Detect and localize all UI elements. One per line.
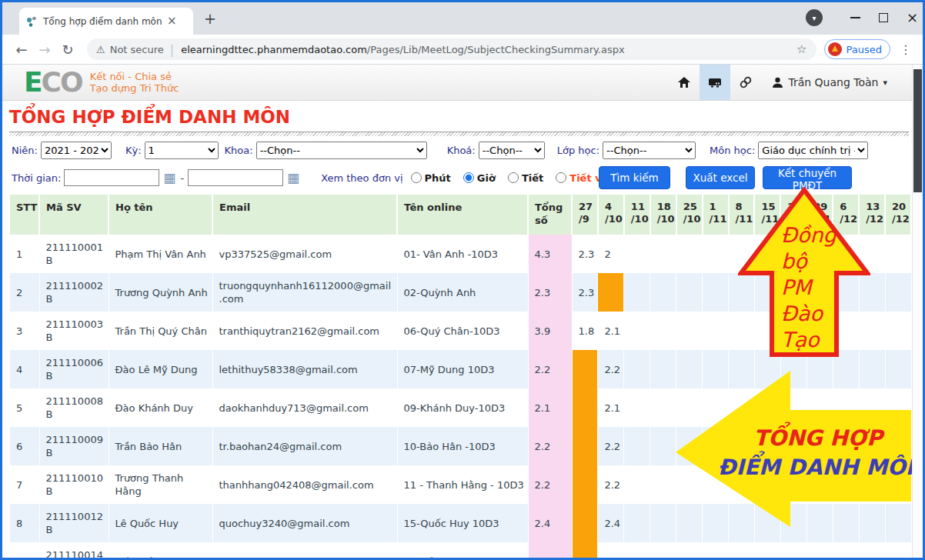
khoa2-select[interactable]: --Chọn-- xyxy=(479,142,545,159)
cell-code: 211110012B xyxy=(39,504,109,542)
search-button[interactable]: Tìm kiếm xyxy=(599,166,670,189)
browser-window: Tổng hợp điểm danh môn × + ▾ × ← → ↻ ⚠ N… xyxy=(0,0,925,560)
unit-option-label: Phút xyxy=(425,172,451,184)
col-stt: STT xyxy=(10,195,39,235)
cell-mark: 2.4 xyxy=(598,504,624,542)
device-icon xyxy=(708,76,722,88)
cell-mark xyxy=(703,273,729,312)
unit-option[interactable]: Tiết xyxy=(508,172,543,184)
cell-mark xyxy=(885,273,911,312)
cell-mark xyxy=(703,235,729,273)
cell-mark xyxy=(598,273,624,312)
cell-name: Lê Quốc Huy xyxy=(109,504,212,542)
unit-radio[interactable] xyxy=(463,172,474,183)
reload-icon[interactable]: ↻ xyxy=(56,42,79,58)
cell-mark xyxy=(885,542,911,558)
cell-online: 17-Cẩm Ly-10D3 xyxy=(397,542,528,558)
cell-mark xyxy=(650,273,676,312)
cell-mark xyxy=(833,542,859,558)
cell-stt: 5 xyxy=(10,388,39,427)
device-button[interactable] xyxy=(700,65,730,100)
cell-mark: 2.2 xyxy=(598,465,624,504)
tab-close-icon[interactable]: × xyxy=(167,15,177,27)
close-window-button[interactable]: × xyxy=(907,11,918,25)
date-to-input[interactable] xyxy=(188,169,283,186)
eco-logo[interactable]: ECO xyxy=(24,68,82,96)
link-button[interactable] xyxy=(730,65,761,100)
home-button[interactable] xyxy=(669,65,700,100)
unit-radio[interactable] xyxy=(556,172,566,183)
cell-mark xyxy=(676,542,703,558)
profile-button[interactable]: ▾ xyxy=(806,9,823,26)
browser-toolbar: ← → ↻ ⚠ Not secure | elearningdttec.phan… xyxy=(2,35,923,65)
cell-mark xyxy=(806,542,833,558)
nien-select[interactable]: 2021 - 2022 xyxy=(41,142,112,159)
scrollbar-thumb[interactable] xyxy=(913,69,922,192)
cell-mark xyxy=(624,504,650,542)
cell-email: tr.baohan24@gmail.com xyxy=(212,427,397,465)
cell-online: 10-Bảo Hân -10D3 xyxy=(397,427,528,465)
cell-stt: 2 xyxy=(10,273,39,312)
calendar-icon[interactable]: ▦ xyxy=(163,172,175,185)
cell-online: 06-Quý Chân-10D3 xyxy=(397,312,528,350)
cell-stt: 3 xyxy=(10,312,39,350)
cell-total: 4.3 xyxy=(528,235,572,273)
user-menu[interactable]: Trần Quang Toàn ▾ xyxy=(761,65,923,100)
back-icon[interactable]: ← xyxy=(10,42,33,58)
unit-option[interactable]: Giờ xyxy=(463,172,496,184)
cell-mark xyxy=(885,312,911,350)
forward-icon[interactable]: → xyxy=(33,42,56,58)
profile-avatar xyxy=(828,42,842,56)
cell-total: 2.4 xyxy=(528,504,572,542)
page-scrollbar[interactable] xyxy=(912,65,923,558)
cell-total: 2.2 xyxy=(528,427,572,465)
ky-select[interactable]: 1 xyxy=(145,142,219,159)
cell-code: 211110009B xyxy=(39,427,109,465)
cell-code: 211110001B xyxy=(39,235,109,273)
filter-row-1: Niên: 2021 - 2022 Kỳ: 1 Khoa: --Chọn-- K… xyxy=(12,141,910,159)
new-tab-button[interactable]: + xyxy=(204,10,216,27)
lop-hoc-select[interactable]: --Chọn-- xyxy=(603,142,696,159)
bookmark-star-icon[interactable]: ☆ xyxy=(796,42,806,56)
unit-radio[interactable] xyxy=(508,172,519,183)
url-domain: elearningdttec.phanmemdaotao.com xyxy=(181,44,367,55)
unit-option[interactable]: Phút xyxy=(411,172,451,184)
window-controls: ▾ × xyxy=(806,5,918,30)
maximize-button[interactable] xyxy=(879,13,888,22)
cell-mark: 2 xyxy=(598,235,624,273)
cell-name: Phạm Thị Vân Anh xyxy=(109,235,212,273)
favicon-icon xyxy=(25,15,38,28)
home-icon xyxy=(677,76,691,88)
calendar-icon[interactable]: ▦ xyxy=(287,172,299,185)
cell-name: Trần Cẩm Ly xyxy=(109,542,212,558)
table-row: 9211110014BTrần Cẩm LyTcamly766@gmail.co… xyxy=(10,542,911,558)
mon-hoc-select[interactable]: Giáo dục chính trị - xyxy=(758,142,868,159)
cell-email: tranthiquytran2162@gmail.com xyxy=(212,312,397,350)
not-secure-icon[interactable]: ⚠ xyxy=(96,44,105,55)
cell-stt: 9 xyxy=(10,542,39,558)
title-divider xyxy=(9,132,909,136)
cell-online: 11 - Thanh Hằng - 10D3 xyxy=(397,465,528,504)
sync-paused-button[interactable]: Paused xyxy=(824,39,890,59)
date-from-input[interactable] xyxy=(64,169,159,186)
export-excel-button[interactable]: Xuất excel xyxy=(686,166,755,189)
cell-mark xyxy=(624,312,650,350)
cell-online: 09-Khánh Duy-10D3 xyxy=(397,388,528,427)
cell-mark xyxy=(572,427,598,465)
cell-name: Trần Bảo Hân xyxy=(109,427,212,465)
cell-online: 15-Quốc Huy 10D3 xyxy=(397,504,528,542)
cell-mark xyxy=(676,273,703,312)
link-icon xyxy=(739,75,753,89)
transfer-pmdt-button[interactable]: Kết chuyển PMĐT xyxy=(763,166,852,189)
col-ma-sv: Mã SV xyxy=(39,195,109,235)
cell-mark: 2.1 xyxy=(598,312,624,350)
url-bar[interactable]: ⚠ Not secure | elearningdttec.phanmemdao… xyxy=(87,38,816,60)
minimize-button[interactable] xyxy=(850,17,860,18)
unit-radio[interactable] xyxy=(411,172,422,183)
cell-stt: 4 xyxy=(10,350,39,388)
khoa-select[interactable]: --Chọn-- xyxy=(256,142,427,159)
browser-menu-icon[interactable]: ⋮ xyxy=(897,42,915,57)
browser-tab[interactable]: Tổng hợp điểm danh môn × xyxy=(19,8,193,35)
cell-stt: 6 xyxy=(10,427,39,465)
cell-online: 02-Quỳnh Anh xyxy=(397,273,528,312)
